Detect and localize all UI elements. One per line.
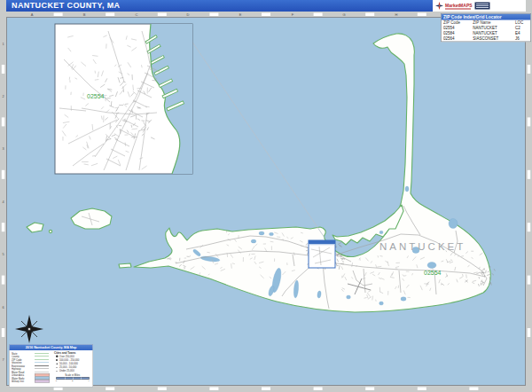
svg-text:3: 3	[2, 146, 4, 151]
svg-text:4: 4	[2, 200, 4, 204]
scale-bar: Scale in Miles 0 2 4	[54, 374, 91, 382]
legend-panel: 2016 Nantucket County, MA Map State Coun…	[9, 344, 93, 388]
marketmaps-logo: MarketMAPS	[433, 0, 526, 12]
compass-rose-icon	[15, 315, 43, 343]
logo-underline	[445, 9, 471, 10]
svg-text:E: E	[239, 12, 242, 17]
svg-text:B: B	[83, 12, 86, 17]
zip-label-main: 02554	[424, 270, 442, 276]
inset-zip-label: 02554	[87, 93, 105, 99]
town-callout-box	[309, 240, 335, 268]
tuckernuck-island	[71, 208, 112, 229]
svg-text:7: 7	[2, 357, 4, 362]
logo-brand-text: MarketMAPS	[445, 4, 473, 8]
county-label: NANTUCKET	[379, 241, 466, 252]
svg-text:1: 1	[2, 42, 4, 46]
logo-pinwheel-icon	[435, 2, 443, 10]
svg-text:5: 5	[2, 252, 4, 256]
table-row: 02564 SIASCONSET J6	[442, 36, 531, 42]
legend-boundaries: State County ZIP Code Shoreline Expressw…	[12, 352, 54, 383]
svg-text:D: D	[187, 12, 190, 17]
map-artwork: 02554 NANTUCKET 02554	[0, 0, 532, 392]
svg-text:2: 2	[2, 94, 4, 98]
svg-text:C: C	[136, 12, 138, 17]
legend-cities: Cities and Towns Over 250,000 100,000 - …	[54, 352, 91, 383]
zip-index-panel: ZIP Code Index/Grid Locator ZIP Code ZIP…	[441, 13, 531, 42]
zip-index-header: ZIP Code Index/Grid Locator	[442, 14, 531, 20]
svg-text:H: H	[395, 12, 398, 17]
map-title: NANTUCKET COUNTY, MA	[6, 0, 434, 12]
svg-text:F: F	[292, 12, 294, 17]
inset-leader-line	[192, 41, 325, 238]
inset-map: 02554	[55, 24, 192, 174]
logo-badge	[475, 3, 490, 10]
muskeget-island	[27, 223, 43, 232]
svg-text:6: 6	[2, 305, 4, 310]
svg-text:G: G	[342, 12, 345, 17]
svg-text:A: A	[31, 12, 34, 17]
